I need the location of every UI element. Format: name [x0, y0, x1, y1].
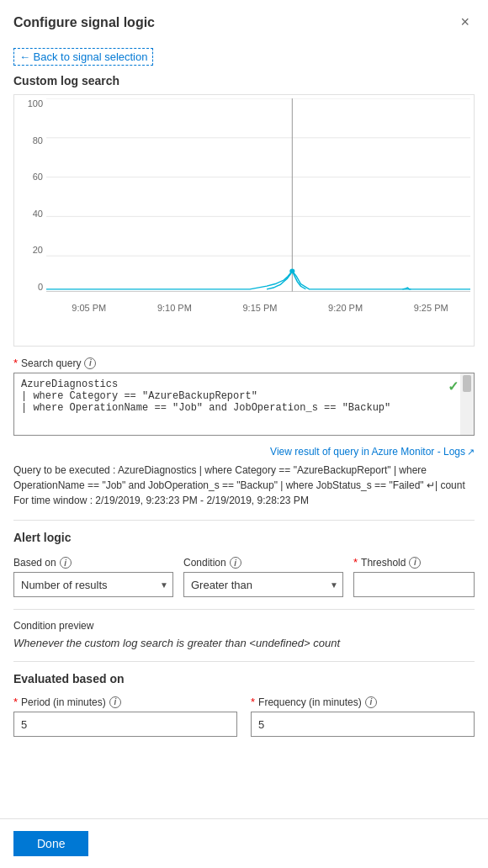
required-star: * — [13, 357, 18, 369]
divider-3 — [13, 661, 475, 662]
y-label-80: 80 — [16, 135, 43, 146]
evaluated-section: Evaluated based on * Period (in minutes)… — [13, 672, 475, 737]
based-on-select[interactable]: Number of results — [13, 572, 173, 597]
condition-label: Condition i — [183, 557, 343, 569]
based-on-info-icon[interactable]: i — [60, 557, 72, 569]
query-textarea-wrapper: AzureDiagnostics | where Category == "Az… — [13, 373, 475, 436]
condition-select[interactable]: Greater than Less than Equal to — [183, 572, 343, 597]
condition-preview-text: Whenever the custom log search is greate… — [13, 637, 475, 649]
search-query-info-icon[interactable]: i — [84, 357, 96, 369]
condition-preview-section: Condition preview Whenever the custom lo… — [13, 620, 475, 649]
search-query-group: * Search query i AzureDiagnostics | wher… — [13, 357, 475, 436]
x-label-905: 9:05 PM — [72, 303, 106, 313]
based-on-col: Based on i Number of results ▼ — [13, 557, 173, 597]
evaluated-title: Evaluated based on — [13, 672, 475, 685]
close-button[interactable]: × — [455, 12, 475, 33]
section-title: Custom log search — [13, 74, 475, 87]
period-input[interactable] — [13, 712, 237, 737]
threshold-required-star: * — [353, 556, 358, 569]
search-query-input[interactable]: AzureDiagnostics | where Category == "Az… — [14, 373, 474, 432]
query-description: Query to be executed : AzureDiagnostics … — [13, 463, 475, 508]
frequency-col: * Frequency (in minutes) i — [251, 696, 475, 737]
chart-svg — [46, 98, 470, 295]
checkmark-icon: ✓ — [448, 378, 459, 394]
query-scrollbar[interactable] — [460, 373, 474, 435]
threshold-input[interactable] — [353, 572, 475, 597]
y-label-100: 100 — [16, 98, 43, 108]
condition-info-icon[interactable]: i — [230, 557, 241, 569]
eval-fields-row: * Period (in minutes) i * Frequency (in … — [13, 696, 475, 737]
x-label-915: 9:15 PM — [243, 303, 278, 313]
frequency-label: * Frequency (in minutes) i — [251, 696, 475, 708]
frequency-info-icon[interactable]: i — [365, 696, 377, 708]
panel-title: Configure signal logic — [13, 15, 155, 30]
y-axis: 0 20 40 60 80 100 — [14, 95, 46, 295]
chart-area: 0 20 40 60 80 100 — [14, 95, 474, 320]
based-on-select-wrapper: Number of results ▼ — [13, 572, 173, 597]
condition-col: Condition i Greater than Less than Equal… — [183, 557, 343, 597]
y-label-0: 0 — [16, 282, 43, 292]
x-label-925: 9:25 PM — [414, 303, 448, 313]
condition-select-wrapper: Greater than Less than Equal to ▼ — [183, 572, 343, 597]
threshold-col: * Threshold i — [353, 556, 475, 597]
scrollbar-thumb — [463, 375, 471, 392]
done-button[interactable]: Done — [13, 831, 88, 856]
divider — [13, 520, 475, 521]
condition-preview-label: Condition preview — [13, 620, 475, 632]
search-query-label: * Search query i — [13, 357, 475, 369]
view-result-link[interactable]: View result of query in Azure Monitor - … — [13, 446, 475, 458]
footer-spacer — [0, 784, 488, 819]
y-label-60: 60 — [16, 172, 43, 182]
x-label-920: 9:20 PM — [328, 303, 363, 313]
period-info-icon[interactable]: i — [109, 696, 121, 708]
external-link-icon: ↗ — [467, 447, 475, 458]
threshold-label: * Threshold i — [353, 556, 475, 569]
x-axis: 9:05 PM 9:10 PM 9:15 PM 9:20 PM 9:25 PM — [46, 295, 474, 320]
x-label-910: 9:10 PM — [157, 303, 192, 313]
y-label-20: 20 — [16, 245, 43, 255]
based-on-label: Based on i — [13, 557, 173, 569]
panel-header: Configure signal logic × — [0, 0, 488, 41]
y-label-40: 40 — [16, 209, 43, 219]
frequency-required-star: * — [251, 696, 255, 708]
divider-2 — [13, 609, 475, 610]
alert-logic-title: Alert logic — [13, 531, 475, 544]
chart-plot — [46, 98, 470, 295]
frequency-input[interactable] — [251, 712, 475, 737]
chart-container: 0 20 40 60 80 100 — [13, 94, 475, 347]
alert-logic-fields-row: Based on i Number of results ▼ Condition… — [13, 556, 475, 597]
footer-bar: Done — [0, 818, 488, 868]
period-required-star: * — [13, 696, 18, 708]
back-link[interactable]: ← Back to signal selection — [13, 48, 153, 66]
period-label: * Period (in minutes) i — [13, 696, 237, 708]
threshold-info-icon[interactable]: i — [409, 557, 421, 569]
period-col: * Period (in minutes) i — [13, 696, 237, 737]
